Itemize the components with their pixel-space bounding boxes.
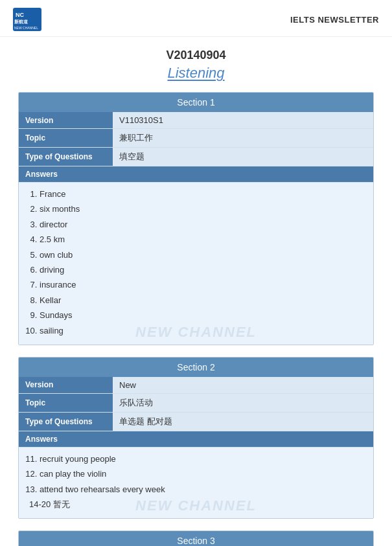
section-2-header: Section 2 [19,358,373,377]
list-item: Kellar [40,293,364,308]
special-answer: 14-20 暂无 [29,497,364,512]
question-type-value: 单选题 配对题 [113,412,373,431]
section-3-block: Section 3 Version New Topic 导师关于 present… [18,530,374,546]
section-2-table: Version New Topic 乐队活动 Type of Questions… [19,377,373,448]
topic-value: 乐队活动 [113,393,373,412]
version-label: Version [19,112,113,129]
newsletter-title: IELTS NEWSLETTER [290,15,379,25]
list-item: France [40,187,364,201]
answers-header-row: Answers [19,166,373,183]
section-1-answers: France six months director 2.5 km own cl… [19,183,373,345]
list-item: six months [40,201,364,216]
list-item: insurance [40,277,364,292]
topic-label: Topic [19,393,113,412]
version-value: V110310S1 [113,112,373,129]
list-item: sailing [40,323,364,338]
table-row: Version V110310S1 [19,112,373,129]
svg-text:NEW CHANNEL: NEW CHANNEL [14,26,38,30]
list-item: driving [40,262,364,277]
list-item: 2.5 km [40,232,364,247]
topic-value: 兼职工作 [113,129,373,148]
section-3-header: Section 3 [19,531,373,546]
question-type-label: Type of Questions [19,412,113,431]
table-row: Version New [19,377,373,394]
section-2-answers: recruit young people can play the violin… [19,448,373,519]
question-type-label: Type of Questions [19,148,113,166]
section-1-block: Section 1 Version V110310S1 Topic 兼职工作 T… [18,92,374,345]
document-title: V20140904 [18,49,374,62]
answers-list: recruit young people can play the violin… [28,451,364,497]
version-value: New [113,377,373,394]
table-row: Type of Questions 单选题 配对题 [19,412,373,431]
section-1-header: Section 1 [19,93,373,112]
page-header: NC 新航道 NEW CHANNEL IELTS NEWSLETTER [0,0,392,37]
main-content: V20140904 Listening Section 1 Version V1… [0,37,392,546]
list-item: attend two rehearsals every week [40,482,364,497]
list-item: director [40,217,364,232]
answers-label: Answers [19,166,373,183]
answers-label: Answers [19,431,373,447]
answers-list: France six months director 2.5 km own cl… [28,187,364,338]
list-item: Sundays [40,308,364,323]
list-item: recruit young people [40,451,364,466]
section-1-table: Version V110310S1 Topic 兼职工作 Type of Que… [19,112,373,183]
table-row: Topic 乐队活动 [19,393,373,412]
table-row: Type of Questions 填空题 [19,148,373,166]
list-item: can play the violin [40,466,364,481]
answers-header-row: Answers [19,431,373,447]
svg-text:新航道: 新航道 [14,19,29,24]
topic-label: Topic [19,129,113,148]
list-item: own club [40,247,364,262]
version-label: Version [19,377,113,394]
logo: NC 新航道 NEW CHANNEL [13,8,41,31]
svg-text:NC: NC [16,12,24,18]
question-type-value: 填空题 [113,148,373,166]
logo-icon: NC 新航道 NEW CHANNEL [13,8,41,31]
document-subtitle: Listening [18,65,374,82]
section-2-block: Section 2 Version New Topic 乐队活动 Type of… [18,357,374,519]
table-row: Topic 兼职工作 [19,129,373,148]
